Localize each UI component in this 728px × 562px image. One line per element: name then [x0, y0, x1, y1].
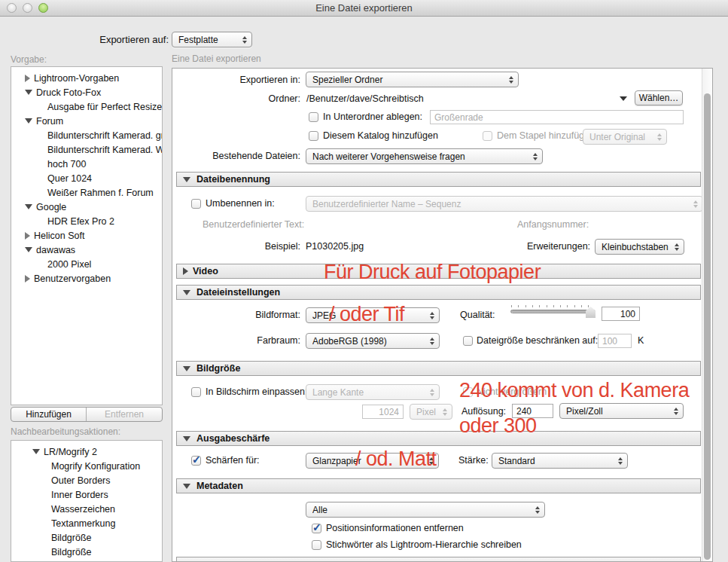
- action-label: Wasserzeichen: [51, 504, 115, 515]
- remove-button[interactable]: Entfernen: [87, 408, 162, 421]
- quality-input[interactable]: [602, 307, 640, 321]
- add-button[interactable]: Hinzufügen: [11, 408, 87, 421]
- action-item[interactable]: Bildgröße: [11, 545, 162, 559]
- export-to-popup[interactable]: Festplatte: [172, 32, 252, 47]
- disclosure-expanded-icon[interactable]: [32, 449, 40, 454]
- section-title: Video: [193, 266, 218, 276]
- preset-item[interactable]: HDR Efex Pro 2: [11, 214, 162, 228]
- action-item[interactable]: Inner Borders: [11, 487, 162, 502]
- section-header-metadata[interactable]: Metadaten: [176, 478, 701, 493]
- preset-group[interactable]: dawawas: [11, 243, 162, 257]
- quality-slider[interactable]: [510, 305, 595, 319]
- action-label: Bildgröße: [51, 547, 92, 557]
- section-header-partial[interactable]: [176, 557, 701, 562]
- remove-location-checkbox[interactable]: [312, 524, 321, 533]
- quality-label: Qualität:: [460, 310, 495, 320]
- action-item[interactable]: Textanmerkung: [11, 516, 162, 530]
- action-item[interactable]: Wasserzeichen: [11, 502, 162, 516]
- disclosure-collapsed-icon[interactable]: [25, 75, 30, 82]
- start-number-label: Anfangsnummer:: [517, 219, 589, 230]
- choose-folder-button[interactable]: Wählen…: [635, 90, 683, 105]
- preset-group[interactable]: Druck Foto-Fox: [11, 85, 162, 99]
- preset-item[interactable]: Bildunterschrift Kamerad. grau: [11, 128, 162, 142]
- subfolder-checkbox[interactable]: [309, 112, 318, 122]
- folder-disclosure-icon[interactable]: [620, 96, 627, 101]
- keywords-hierarchy-checkbox[interactable]: [312, 540, 321, 550]
- size-unit-popup[interactable]: Pixel: [410, 404, 452, 420]
- preset-group[interactable]: Google: [11, 200, 162, 214]
- preset-item[interactable]: Ausgabe für Perfect Resize: [11, 99, 162, 114]
- section-header-image-size[interactable]: Bildgröße: [176, 361, 701, 376]
- minimize-button[interactable]: [23, 3, 32, 13]
- fit-screen-checkbox[interactable]: [191, 387, 201, 397]
- rename-popup[interactable]: Benutzerdefinierter Name – Sequenz: [306, 196, 703, 212]
- action-item[interactable]: Outer Borders: [11, 473, 162, 487]
- disclosure-collapsed-icon[interactable]: [25, 275, 30, 283]
- close-button[interactable]: [7, 3, 17, 13]
- section-expanded-icon: [183, 436, 190, 441]
- resolution-unit-popup[interactable]: Pixel/Zoll: [559, 403, 684, 419]
- disclosure-collapsed-icon[interactable]: [25, 232, 30, 240]
- existing-files-label: Bestehende Dateien:: [172, 151, 300, 161]
- add-to-stack-checkbox[interactable]: [483, 131, 492, 141]
- export-to-label: Exportieren auf:: [0, 34, 169, 45]
- preset-item[interactable]: hoch 700: [11, 157, 162, 171]
- disclosure-expanded-icon[interactable]: [25, 90, 32, 95]
- section-header-output-sharpening[interactable]: Ausgabeschärfe: [176, 431, 701, 446]
- annotation-oder-tif: / oder Tif: [329, 303, 404, 326]
- disclosure-expanded-icon[interactable]: [25, 118, 32, 124]
- rename-label: Umbenennen in:: [206, 198, 275, 209]
- disclosure-expanded-icon[interactable]: [25, 247, 32, 252]
- slider-ticks: [511, 305, 595, 307]
- scrollbar-thumb[interactable]: [704, 93, 711, 560]
- amount-value: Standard: [498, 456, 614, 466]
- disclosure-expanded-icon[interactable]: [25, 204, 32, 209]
- section-header-file-naming[interactable]: Dateibenennung: [176, 172, 701, 187]
- limit-size-input[interactable]: [598, 334, 632, 348]
- fit-screen-popup[interactable]: Lange Kante: [306, 384, 440, 400]
- stepper-arrows-icon: [430, 389, 434, 396]
- action-item[interactable]: Compress to file size: [11, 559, 162, 562]
- preset-item[interactable]: Weißer Rahmen f. Forum: [11, 185, 162, 200]
- colorspace-popup[interactable]: AdobeRGB (1998): [306, 333, 440, 349]
- remove-location-label: Positionsinformationen entfernen: [326, 523, 464, 533]
- sharpen-label: Schärfen für:: [206, 455, 260, 466]
- keywords-hierarchy-label: Stichwörter als Lightroom-Hierarchie sch…: [326, 539, 522, 550]
- action-item[interactable]: Mogrify Konfiguration: [11, 459, 162, 473]
- existing-files-popup[interactable]: Nach weiterer Vorgehensweise fragen: [306, 148, 543, 164]
- sharpen-checkbox[interactable]: [191, 456, 201, 466]
- section-title: Dateieinstellungen: [196, 287, 280, 298]
- rename-value: Benutzerdefinierter Name – Sequenz: [312, 199, 689, 209]
- slider-thumb[interactable]: [586, 307, 595, 318]
- add-to-catalog-checkbox[interactable]: [309, 131, 318, 141]
- action-label: Textanmerkung: [51, 518, 115, 529]
- zoom-button[interactable]: [38, 3, 48, 13]
- amount-popup[interactable]: Standard: [492, 453, 628, 469]
- action-group[interactable]: LR/Mogrify 2: [11, 444, 162, 459]
- rename-checkbox[interactable]: [191, 199, 201, 209]
- action-item[interactable]: Bildgröße: [11, 530, 162, 545]
- preset-label: Ausgabe für Perfect Resize: [47, 102, 162, 112]
- preset-item[interactable]: 2000 Pixel: [11, 257, 162, 271]
- stepper-arrows-icon: [675, 243, 679, 251]
- size-input[interactable]: [362, 405, 404, 419]
- metadata-include-popup[interactable]: Alle: [306, 502, 545, 518]
- preset-group[interactable]: Forum: [11, 114, 162, 128]
- panel-scrollbar[interactable]: [702, 69, 712, 561]
- extensions-popup[interactable]: Kleinbuchstaben: [595, 239, 684, 255]
- preset-item[interactable]: Quer 1024: [11, 171, 162, 185]
- preset-item[interactable]: Bildunterschrift Kamerad. Weiß: [11, 142, 162, 157]
- slider-track[interactable]: [510, 310, 595, 313]
- section-title: Metadaten: [196, 481, 243, 491]
- limit-size-checkbox[interactable]: [463, 336, 473, 346]
- preset-group[interactable]: Helicon Soft: [11, 228, 162, 243]
- section-header-file-settings[interactable]: Dateieinstellungen: [176, 285, 701, 300]
- export-in-popup[interactable]: Spezieller Ordner: [306, 72, 519, 87]
- section-expanded-icon: [183, 290, 190, 295]
- stepper-arrows-icon: [618, 457, 623, 465]
- preset-group[interactable]: Benutzervorgaben: [11, 271, 162, 286]
- subfolder-input[interactable]: [430, 110, 684, 124]
- add-to-stack-popup[interactable]: Unter Original: [583, 129, 667, 145]
- add-to-stack-value: Unter Original: [589, 132, 653, 142]
- preset-group[interactable]: Lightroom-Vorgaben: [11, 71, 162, 85]
